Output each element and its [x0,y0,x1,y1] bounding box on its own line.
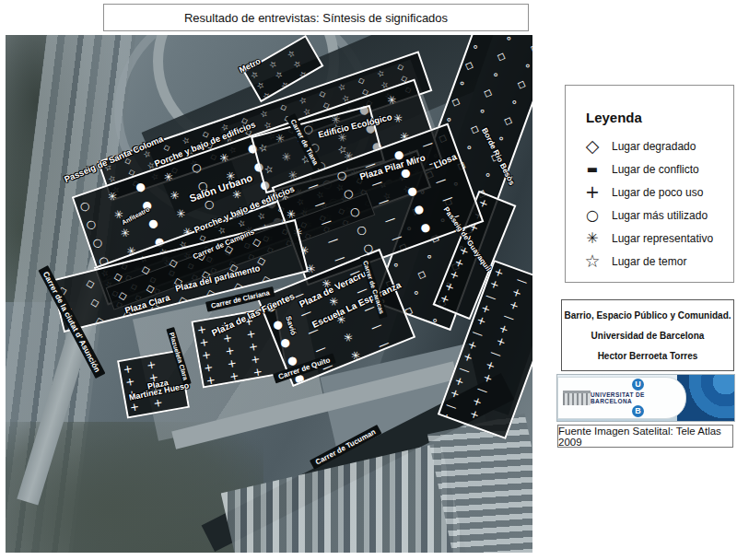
logo-name: UNIVERSITAT DE BARCELONA [591,391,685,404]
legend-label: Lugar más utilizado [612,209,708,222]
legend-label: Lugar representativo [612,232,713,245]
legend-panel: Leyenda ◇ Lugar degradado ▬ Lugar de con… [565,85,734,283]
logo-band: U UNIVERSITAT DE BARCELONA B [557,377,686,419]
logo-b-badge: B [632,405,644,417]
credits-panel: Barrio, Espacio Público y Comunidad. Uni… [561,299,734,371]
legend-title: Leyenda [586,110,733,125]
legend-label: Lugar de poco uso [612,186,703,199]
legend-label: Lugar de conflicto [612,163,699,176]
credits-line-university: Universidad de Barcelona [562,331,733,341]
page-title: Resultado de entrevistas: Síntesis de si… [103,4,529,31]
credits-line-project: Barrio, Espacio Público y Comunidad. [562,310,733,321]
logo-u-badge: U [632,379,644,391]
circle-icon: ○ [580,208,604,223]
logo-center: U UNIVERSITAT DE BARCELONA B [591,379,685,417]
dash-icon: ▬ [580,163,604,175]
page-title-text: Resultado de entrevistas: Síntesis de si… [184,11,448,25]
legend-item: ✳ Lugar representativo [566,227,733,250]
legend-item: ☆ Lugar de temor [566,250,733,273]
legend-label: Lugar de temor [612,255,686,268]
slide: Resultado de entrevistas: Síntesis de si… [0,0,737,560]
asterisk-icon: ✳ [580,231,604,246]
star-icon: ☆ [580,252,604,270]
legend-item: + Lugar de poco uso [566,181,733,204]
diamond-icon: ◇ [580,137,604,155]
universitat-barcelona-logo: U UNIVERSITAT DE BARCELONA B [556,374,735,422]
legend-label: Lugar degradado [612,140,696,153]
credits-line-author: Hector Berroeta Torres [562,351,733,361]
satellite-map: ◇ ∘ ◇ ∘ ◇ ∘ ◇ ∘ ◇ ∘ ◇ ∘ ◇ ∘ ◇ ∘ ◇ ∘ ◇ ∘ … [6,35,532,553]
plus-icon: + [580,183,604,201]
university-building-icon [563,391,591,405]
source-text: Fuente Imagen Satelital: Tele Atlas 2009 [558,426,732,448]
legend-item: ▬ Lugar de conflicto [566,158,733,181]
legend-item: ◇ Lugar degradado [566,134,733,158]
source-box: Fuente Imagen Satelital: Tele Atlas 2009 [557,425,733,448]
legend-item: ○ Lugar más utilizado [566,204,733,227]
